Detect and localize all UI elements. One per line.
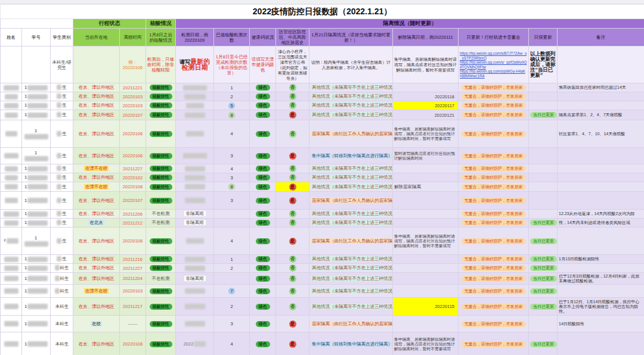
cell-acid-status[interactable]: 核酸阴性 bbox=[146, 298, 176, 316]
cell-student-type[interactable]: 生 bbox=[51, 173, 73, 182]
cell-isolation[interactable]: 其他情况（未隔离等不含在上述三种情况） bbox=[309, 110, 393, 120]
cell-health-code[interactable]: 绿色 bbox=[250, 228, 276, 255]
col-header-name[interactable]: 姓名 bbox=[1, 29, 22, 46]
cell-daily-update[interactable]: 当日已更新 bbox=[529, 273, 558, 285]
cell-remark[interactable]: 已于12月3日核酸检测，12月4日到家，此后未再做过核酸检测。 bbox=[558, 273, 644, 285]
note-isolation-rule[interactable]: 说明：校内集中隔离（含学生宿舍隔离）计入居家检测，不计入集中隔离。 bbox=[309, 46, 393, 83]
cell-remark[interactable]: 1月13日核酸检测阴性 bbox=[558, 255, 644, 264]
cell-health-code[interactable]: 绿色 bbox=[250, 120, 276, 148]
cell-student-id[interactable]: 1 bbox=[22, 164, 51, 173]
cell-risk-history[interactable]: 否 bbox=[276, 264, 309, 273]
cell-test-count[interactable]: 8 bbox=[214, 110, 250, 120]
cell-leave-date[interactable]: 20211227 bbox=[120, 264, 146, 273]
cell-student-id[interactable]: 1 bbox=[22, 255, 51, 264]
cell-location[interactable]: 在京、津以外地区 bbox=[73, 210, 120, 219]
cell-leave-date[interactable]: 20220106 bbox=[120, 120, 146, 148]
cell-acid-status[interactable]: 核酸阴性 bbox=[146, 285, 176, 298]
note-remark-empty[interactable] bbox=[558, 46, 644, 83]
cell-remark[interactable]: 12.23从外地返津，14天内核酸2次均为阴 bbox=[558, 210, 644, 219]
cell-overlap[interactable]: 无重合，请做好防护，尽量居家 bbox=[459, 192, 529, 210]
cell-test-date[interactable] bbox=[176, 298, 214, 316]
cell-daily-update[interactable] bbox=[529, 182, 558, 192]
cell-student-id[interactable]: 1 bbox=[22, 101, 51, 110]
cell-overlap[interactable]: 无重合，请做好防护，尽量居家 bbox=[459, 228, 529, 255]
cell-risk-history[interactable]: 否 bbox=[276, 273, 309, 285]
cell-overlap[interactable]: 无重合，请做好防护，尽量居家 bbox=[459, 92, 529, 101]
cell-test-count[interactable]: 3 bbox=[214, 173, 250, 182]
cell-student-id[interactable]: 1 bbox=[22, 173, 51, 182]
cell-risk-history[interactable]: 否 bbox=[276, 255, 309, 264]
cell-isolation[interactable]: 集中隔离（转移到集中隔离点进行隔离） bbox=[309, 332, 393, 355]
cell-student-type[interactable]: 生 bbox=[51, 148, 73, 164]
cell-student-id[interactable]: 1 bbox=[22, 264, 51, 273]
cell-daily-update[interactable] bbox=[529, 92, 558, 101]
cell-location[interactable]: 在京、津以外地区 bbox=[73, 148, 120, 164]
cell-overlap[interactable]: 无重合，请做好防护，尽量居家 bbox=[459, 332, 529, 355]
col-header-remark[interactable]: 备注 bbox=[558, 29, 644, 46]
cell-risk-history[interactable]: 是 bbox=[276, 148, 309, 164]
cell-leave-date[interactable]: 20211204 bbox=[120, 273, 146, 285]
cell-isolation[interactable]: 其他情况（未隔离等不含在上述三种情况） bbox=[309, 173, 393, 182]
cell-release-date[interactable] bbox=[393, 285, 459, 298]
cell-location[interactable]: 在津不在校 bbox=[73, 285, 120, 298]
cell-leave-date[interactable]: 20220102 bbox=[120, 173, 146, 182]
cell-student-type[interactable]: 生 bbox=[51, 164, 73, 173]
cell-leave-date[interactable]: 20220103 bbox=[120, 101, 146, 110]
cell-overlap[interactable]: 无重合，请做好防护，尽量居家 bbox=[459, 101, 529, 110]
note-sid-empty[interactable] bbox=[22, 46, 51, 83]
cell-name[interactable] bbox=[1, 92, 22, 101]
cell-risk-history[interactable]: 否 bbox=[276, 120, 309, 148]
cell-remark[interactable]: 性，14天内未到达或途经各类风险区域 bbox=[558, 219, 644, 228]
cell-name[interactable] bbox=[1, 164, 22, 173]
cell-risk-history[interactable]: 否 bbox=[276, 164, 309, 173]
col-header-student-id[interactable]: 学号 bbox=[22, 29, 51, 46]
cell-health-code[interactable]: 绿色 bbox=[250, 219, 276, 228]
cell-overlap[interactable]: 无重合，请做好防护，尽量居家 bbox=[459, 285, 529, 298]
cell-leave-date[interactable]: 20211206 bbox=[120, 210, 146, 219]
cell-student-type[interactable]: 本科生 bbox=[51, 298, 73, 316]
cell-leave-date[interactable]: 20220108 bbox=[120, 182, 146, 192]
cell-acid-status[interactable]: 不在检测 bbox=[146, 210, 176, 219]
cell-acid-status[interactable]: 核酸阴性 bbox=[146, 228, 176, 255]
cell-name[interactable] bbox=[1, 219, 22, 228]
note-leave-example[interactable]: 例：20220106 bbox=[120, 46, 146, 83]
cell-leave-date[interactable]: 20220106 bbox=[120, 148, 146, 164]
cell-student-id[interactable]: 1 bbox=[22, 110, 51, 120]
cell-test-date[interactable] bbox=[176, 120, 214, 148]
cell-health-code[interactable]: 绿色 bbox=[250, 92, 276, 101]
cell-student-id[interactable]: 1 bbox=[22, 316, 51, 332]
cell-location[interactable]: 在京、津以外地区 bbox=[73, 255, 120, 264]
group-acid-status[interactable]: 核酸情况 bbox=[146, 19, 176, 29]
cell-remark[interactable]: 乘高铁返回后已在家时间已超过14天 bbox=[558, 83, 644, 92]
cell-daily-update[interactable] bbox=[529, 173, 558, 182]
cell-isolation[interactable]: 居家隔离（由社区工作人员确认的居家隔离） bbox=[309, 228, 393, 255]
cell-risk-history[interactable]: 是 bbox=[276, 182, 309, 192]
cell-name[interactable] bbox=[1, 285, 22, 298]
col-header-release-date[interactable]: 解除隔离日期，例20220111 bbox=[393, 29, 459, 46]
cell-isolation[interactable]: 其他情况（未隔离等不含在上述三种情况） bbox=[309, 255, 393, 264]
col-header-daily-update[interactable]: 日报更新 bbox=[529, 29, 558, 46]
cell-student-type[interactable]: 生 bbox=[51, 101, 73, 110]
cell-remark[interactable] bbox=[558, 285, 644, 298]
cell-test-count[interactable]: 2 bbox=[214, 92, 250, 101]
cell-daily-update[interactable]: 当日已更新 bbox=[529, 219, 558, 228]
cell-location[interactable]: 在京、津以外地区 bbox=[73, 92, 120, 101]
col-header-acid-after[interactable]: 1月8日之后的核酸情况 bbox=[146, 29, 176, 46]
cell-release-date[interactable] bbox=[393, 210, 459, 219]
cell-health-code[interactable]: 绿色 bbox=[250, 316, 276, 332]
cell-name[interactable] bbox=[1, 332, 22, 355]
cell-test-date[interactable]: 非隔离期 bbox=[176, 219, 214, 228]
cell-daily-update[interactable] bbox=[529, 148, 558, 164]
cell-overlap[interactable]: 无重合，请做好防护，尽量居家 bbox=[459, 164, 529, 173]
cell-daily-update[interactable] bbox=[529, 192, 558, 210]
cell-remark[interactable]: 隔离点要求第1、2、4、7天做核酸 bbox=[558, 110, 644, 120]
cell-isolation[interactable]: 其他情况（未隔离等不含在上述三种情况） bbox=[309, 210, 393, 219]
trajectory-link-2[interactable]: https://trp.weixin.qq.com/s/_gzfOqWy9Q4T… bbox=[460, 60, 527, 69]
cell-student-type[interactable]: 生 bbox=[51, 219, 73, 228]
cell-test-count[interactable]: 3 bbox=[214, 148, 250, 164]
cell-student-id[interactable]: 1 bbox=[22, 83, 51, 92]
cell-leave-date[interactable]: 20220108 bbox=[120, 332, 146, 355]
cell-test-date[interactable] bbox=[176, 316, 214, 332]
cell-risk-history[interactable]: 是 bbox=[276, 332, 309, 355]
cell-remark[interactable] bbox=[558, 101, 644, 110]
